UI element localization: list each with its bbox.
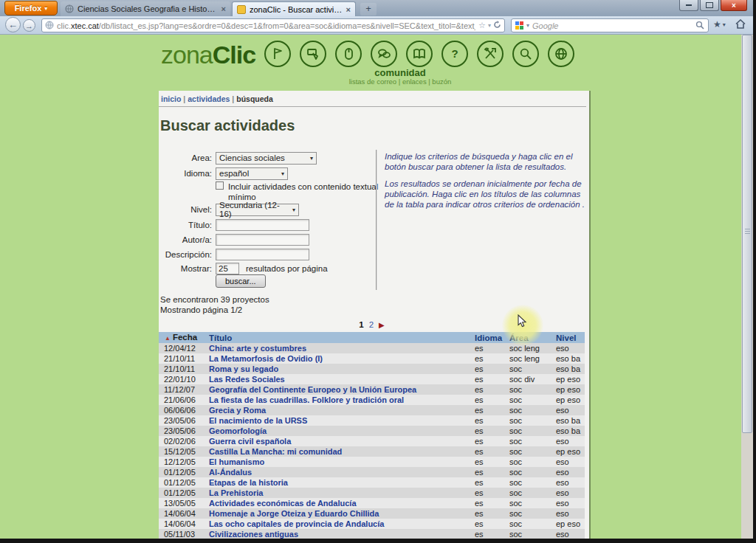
cell-idioma: es	[475, 508, 509, 519]
new-tab-button[interactable]: +	[360, 3, 377, 15]
cell-titulo[interactable]: La Prehistoria	[209, 488, 475, 498]
logo-zona-text: zona	[161, 41, 213, 69]
table-row: 22/01/10Las Redes Socialesessoc divep es…	[159, 374, 585, 384]
tab-ciencias-sociales[interactable]: Ciencias Sociales Geografia e Historia..…	[61, 1, 230, 16]
tab-close-icon[interactable]: ×	[346, 5, 351, 14]
mouse-icon[interactable]	[335, 41, 362, 67]
cell-titulo[interactable]: Homenaje a Jorge Oteiza y Eduardo Chilli…	[209, 508, 475, 519]
maximize-button[interactable]	[700, 0, 719, 11]
breadcrumb-inicio[interactable]: inicio	[161, 94, 181, 103]
cell-titulo[interactable]: La fiesta de las cuadrillas. Folklore y …	[209, 395, 475, 405]
cell-area: soc	[509, 364, 556, 374]
zonaclic-logo[interactable]: zonaClic	[161, 41, 255, 69]
cell-titulo[interactable]: Etapas de la historia	[209, 477, 475, 488]
reload-icon[interactable]	[493, 21, 501, 30]
chevron-down-icon[interactable]: ▾	[488, 22, 491, 29]
nivel-select[interactable]: Secundaria (12-16) ▾	[216, 204, 299, 216]
form-row-titulo: Título:	[159, 218, 309, 232]
idioma-select[interactable]: español ▾	[216, 167, 288, 180]
mostrar-value: 25	[219, 264, 228, 273]
back-button[interactable]: ←	[5, 17, 21, 32]
cell-fecha: 15/12/05	[159, 446, 209, 457]
tab-zonaclic-active[interactable]: zonaClic - Buscar actividades ×	[232, 1, 356, 16]
cell-titulo[interactable]: Geografía del Continente Europeo y la Un…	[209, 384, 475, 395]
cell-titulo[interactable]: Roma y su legado	[209, 364, 475, 374]
autor-label: Autor/a:	[159, 235, 216, 244]
cell-nivel: ep eso	[556, 519, 585, 529]
column-header-titulo[interactable]: Título	[209, 333, 475, 343]
cell-area: soc	[509, 426, 556, 436]
cell-titulo[interactable]: Las Redes Sociales	[209, 374, 475, 384]
nav-toolbar: ← → clic.xtec.cat/db/listact_es.jsp?lang…	[0, 16, 753, 35]
cell-titulo[interactable]: El nacimiento de la URSS	[209, 415, 475, 426]
table-row: 06/06/06Grecia y Romaessoceso	[159, 405, 585, 415]
window-controls: ×	[678, 0, 747, 11]
cell-idioma: es	[475, 426, 509, 436]
cell-titulo[interactable]: Geomorfología	[209, 426, 475, 436]
descripcion-input[interactable]	[216, 249, 309, 260]
cell-fecha: 23/05/06	[159, 426, 209, 436]
book-icon[interactable]	[406, 41, 433, 67]
cell-area: soc	[509, 529, 556, 539]
chevron-down-icon[interactable]: ▾	[526, 22, 529, 29]
breadcrumb-actividades[interactable]: actividades	[188, 94, 230, 103]
column-header-fecha[interactable]: ▲Fecha	[159, 332, 209, 344]
cell-titulo[interactable]: Civilizaciones antiguas	[209, 529, 475, 539]
close-button[interactable]: ×	[721, 0, 747, 11]
buscar-button[interactable]: buscar...	[216, 274, 266, 288]
cell-titulo[interactable]: China: arte y costumbres	[209, 343, 475, 353]
minimize-button[interactable]	[679, 0, 698, 11]
autor-input[interactable]	[216, 234, 309, 246]
svg-text:?: ?	[451, 47, 458, 60]
mostrar-input[interactable]: 25	[216, 263, 239, 274]
search-icon[interactable]	[695, 21, 704, 31]
column-header-nivel[interactable]: Nivel	[556, 333, 585, 343]
scrollbar-thumb[interactable]	[742, 35, 752, 433]
cell-titulo[interactable]: El humanismo	[209, 457, 475, 467]
cell-idioma: es	[475, 436, 509, 446]
vertical-scrollbar[interactable]	[741, 35, 753, 539]
address-bar[interactable]: clic.xtec.cat/db/listact_es.jsp?lang=es&…	[41, 18, 505, 32]
search-icon[interactable]	[512, 41, 539, 67]
cell-nivel: eso	[556, 498, 585, 508]
cell-titulo[interactable]: Actividades económicas de Andalucía	[209, 498, 475, 508]
speech-bubbles-icon[interactable]	[371, 41, 397, 67]
cell-fecha: 12/12/05	[159, 457, 209, 467]
cell-titulo[interactable]: Guerra civil española	[209, 436, 475, 446]
cell-titulo[interactable]: La Metamorfosis de Ovidio (I)	[209, 353, 475, 364]
cell-titulo[interactable]: Grecia y Roma	[209, 405, 475, 415]
cell-titulo[interactable]: Las ocho capitales de provincia de Andal…	[209, 519, 475, 529]
bookmarks-button[interactable]: ★ ▾	[713, 19, 726, 30]
hand-card-icon[interactable]	[300, 41, 326, 67]
globe-icon[interactable]	[548, 41, 574, 67]
area-select[interactable]: Ciencias sociales ▾	[216, 152, 317, 165]
cell-fecha: 11/12/07	[159, 384, 209, 395]
cell-nivel: eso	[556, 488, 585, 498]
cell-fecha: 23/05/06	[159, 415, 209, 426]
flag-icon[interactable]	[264, 41, 291, 67]
url-text: clic.xtec.cat/db/listact_es.jsp?lang=es&…	[57, 21, 475, 30]
home-button[interactable]	[735, 19, 746, 29]
question-icon[interactable]: ?	[441, 41, 468, 67]
table-row: 11/12/07Geografía del Continente Europeo…	[159, 384, 585, 395]
tools-icon[interactable]	[477, 41, 504, 67]
cell-area: soc	[509, 415, 556, 426]
idioma-selected-value: español	[219, 169, 249, 178]
titulo-input[interactable]	[216, 219, 309, 231]
cell-nivel: ep eso	[556, 395, 585, 405]
cell-nivel: eso	[556, 457, 585, 467]
tab-close-icon[interactable]: ×	[221, 4, 226, 13]
chevron-down-icon: ▾	[292, 207, 295, 213]
firefox-menu-button[interactable]: Firefox ▾	[4, 1, 58, 15]
bookmark-star-icon[interactable]: ☆	[478, 21, 486, 30]
forward-button[interactable]: →	[23, 19, 35, 32]
community-links[interactable]: listas de correo | enlaces | buzón	[330, 77, 470, 86]
pagination-page-2[interactable]: 2	[369, 320, 374, 329]
cell-titulo[interactable]: Castilla La Mancha: mi comunidad	[209, 446, 475, 457]
results-page-text: Mostrando página 1/2	[160, 305, 269, 316]
pagination-next-icon[interactable]: ▶	[379, 321, 385, 329]
contenido-minimo-checkbox[interactable]	[216, 181, 224, 190]
search-input[interactable]: ▾ Google	[511, 18, 709, 32]
search-placeholder: Google	[532, 21, 693, 30]
cell-titulo[interactable]: Al-Ándalus	[209, 467, 475, 477]
